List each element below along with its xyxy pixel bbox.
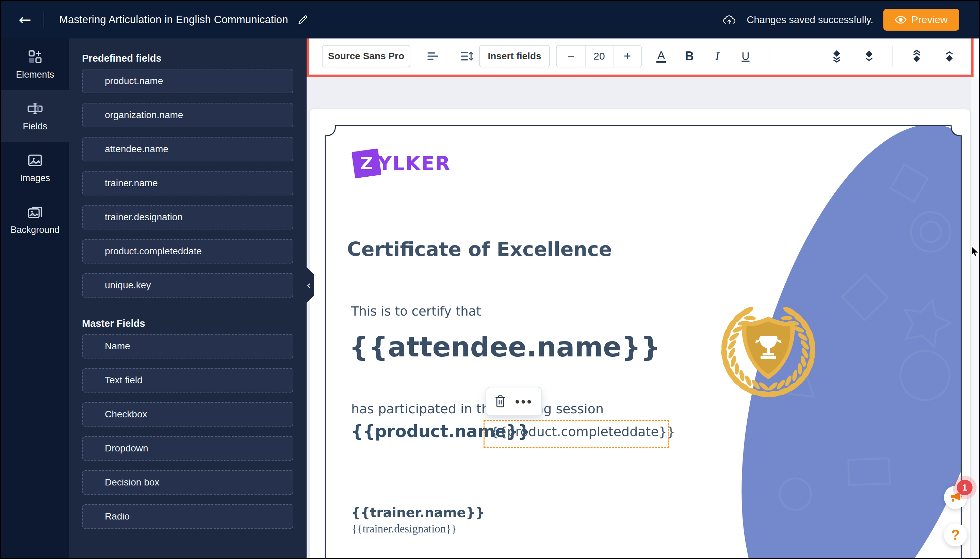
send-to-back-icon[interactable]: [829, 48, 845, 64]
master-fields-heading: Master Fields: [82, 318, 307, 329]
field-chip-text-field[interactable]: Text field: [82, 368, 293, 392]
design-canvas: Z YLKER Certificate of Excellence This i…: [307, 77, 979, 559]
top-header-bar: ← Mastering Articulation in English Comm…: [1, 1, 979, 38]
predefined-fields-heading: Predefined fields: [82, 53, 307, 64]
left-nav-sidebar: Elements Fields Images: [1, 38, 69, 558]
field-chip-product-name[interactable]: product.name: [82, 69, 293, 93]
attendee-name-field[interactable]: {{attendee.name}}: [349, 331, 660, 363]
sidebar-item-background[interactable]: Background: [1, 194, 69, 245]
field-chip-dropdown[interactable]: Dropdown: [82, 436, 293, 461]
preview-button-label: Preview: [911, 14, 948, 26]
underline-button[interactable]: U: [738, 48, 753, 64]
font-color-icon: A: [657, 50, 666, 63]
fields-panel: Predefined fields product.name organizat…: [69, 38, 307, 559]
text-align-icon[interactable]: [425, 48, 441, 64]
underline-icon: U: [741, 50, 749, 63]
toolbar-divider: [769, 46, 769, 66]
bring-forward-icon[interactable]: [942, 48, 957, 64]
send-backward-icon[interactable]: [861, 48, 877, 64]
chevron-left-icon: ‹: [307, 279, 311, 291]
participation-line-text[interactable]: has participated in the training session: [351, 401, 604, 416]
field-chip-attendee-name[interactable]: attendee.name: [82, 137, 293, 161]
font-size-value: 20: [586, 46, 613, 67]
logo-z-tile: Z: [351, 149, 381, 179]
toolbar-divider: [892, 46, 893, 66]
sidebar-item-label: Images: [20, 173, 50, 184]
italic-button[interactable]: I: [709, 48, 725, 64]
fields-icon: [27, 101, 43, 116]
preview-button[interactable]: Preview: [883, 9, 959, 31]
line-height-icon[interactable]: [459, 48, 475, 64]
announcements-button[interactable]: 1: [944, 486, 967, 509]
font-size-increase-button[interactable]: +: [613, 46, 641, 67]
element-floating-toolbar: ●●●: [485, 387, 542, 416]
notification-badge: 1: [957, 480, 972, 495]
certificate-title-text[interactable]: Certificate of Excellence: [347, 238, 612, 260]
delete-element-icon[interactable]: [495, 395, 506, 408]
bring-to-front-icon[interactable]: [909, 48, 924, 64]
sidebar-item-fields[interactable]: Fields: [1, 90, 69, 142]
field-chip-name[interactable]: Name: [82, 334, 293, 359]
bold-icon: B: [685, 49, 694, 63]
formatting-toolbar: Source Sans Pro Insert fields − 20 + A: [307, 38, 979, 77]
document-title: Mastering Articulation in English Commun…: [59, 13, 288, 26]
italic-icon: I: [715, 50, 719, 63]
field-chip-radio[interactable]: Radio: [82, 504, 293, 529]
sidebar-item-label: Background: [10, 225, 59, 235]
font-family-select[interactable]: Source Sans Pro: [322, 45, 410, 68]
bold-button[interactable]: B: [681, 48, 697, 64]
logo-wordmark: YLKER: [378, 152, 451, 175]
field-chip-unique-key[interactable]: unique.key: [82, 273, 293, 298]
mouse-cursor: [971, 246, 979, 258]
cloud-saved-icon: [722, 13, 736, 26]
save-status-text: Changes saved successfully.: [747, 14, 873, 26]
field-chip-product-completeddate[interactable]: product.completeddate: [82, 239, 293, 263]
completeddate-field-text: {{product.completeddate}}: [491, 424, 675, 439]
sidebar-item-label: Elements: [16, 69, 54, 80]
editor-content: Source Sans Pro Insert fields − 20 + A: [307, 38, 979, 559]
trainer-designation-field[interactable]: {{trainer.designation}}: [352, 523, 457, 535]
elements-icon: [27, 49, 43, 64]
sidebar-item-label: Fields: [23, 121, 47, 132]
background-icon: [27, 204, 43, 220]
images-icon: [27, 152, 43, 168]
font-size-decrease-button[interactable]: −: [557, 46, 586, 67]
eye-icon: [895, 15, 906, 24]
more-options-icon[interactable]: ●●●: [515, 397, 533, 406]
field-chip-decision-box[interactable]: Decision box: [82, 470, 293, 495]
field-chip-checkbox[interactable]: Checkbox: [82, 402, 293, 427]
field-chip-trainer-designation[interactable]: trainer.designation: [82, 205, 293, 230]
insert-fields-button[interactable]: Insert fields: [479, 45, 550, 68]
font-size-stepper: − 20 +: [556, 45, 642, 68]
help-button[interactable]: ?: [944, 523, 967, 546]
logo-z-letter: Z: [360, 154, 373, 173]
trainer-name-field[interactable]: {{trainer.name}}: [351, 505, 485, 520]
certificate-subtitle-text[interactable]: This is to certify that: [351, 304, 481, 319]
field-chip-trainer-name[interactable]: trainer.name: [82, 171, 293, 195]
edit-title-icon[interactable]: [297, 14, 309, 26]
header-divider: [44, 12, 44, 28]
award-badge: [714, 298, 823, 404]
sidebar-item-images[interactable]: Images: [1, 142, 69, 194]
brand-logo[interactable]: Z YLKER: [353, 150, 451, 177]
question-mark-icon: ?: [951, 527, 960, 543]
completeddate-field-selected[interactable]: {{product.completeddate}}: [483, 420, 669, 448]
app-window: ← Mastering Articulation in English Comm…: [0, 0, 980, 559]
font-color-button[interactable]: A: [653, 48, 669, 64]
certificate-page: Z YLKER Certificate of Excellence This i…: [310, 109, 970, 559]
notification-count: 1: [962, 482, 967, 493]
sidebar-item-elements[interactable]: Elements: [1, 38, 69, 90]
back-button[interactable]: ←: [19, 12, 31, 27]
field-chip-organization-name[interactable]: organization.name: [82, 103, 293, 127]
